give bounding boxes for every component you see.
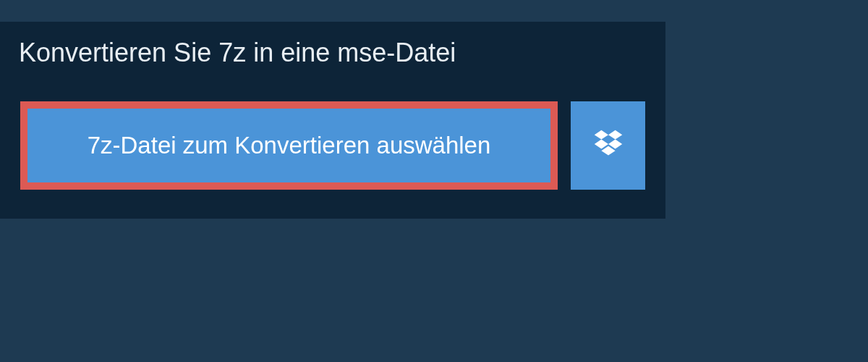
dropbox-button[interactable] (571, 101, 645, 190)
select-file-button-label: 7z-Datei zum Konvertieren auswählen (88, 132, 491, 159)
button-row: 7z-Datei zum Konvertieren auswählen (0, 84, 665, 219)
select-file-button[interactable]: 7z-Datei zum Konvertieren auswählen (20, 101, 558, 190)
page-title: Konvertieren Sie 7z in eine mse-Datei (0, 22, 557, 84)
dropbox-icon (592, 128, 624, 163)
converter-panel: Konvertieren Sie 7z in eine mse-Datei 7z… (0, 22, 665, 219)
